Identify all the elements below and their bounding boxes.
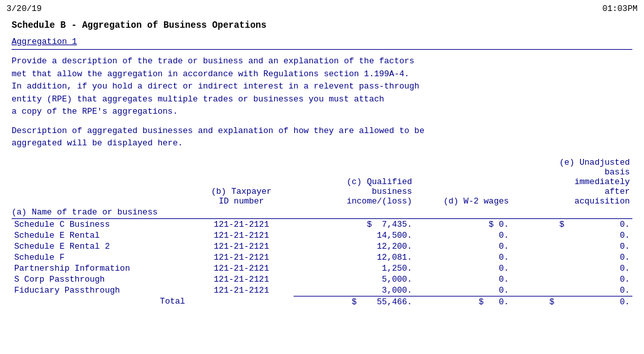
description-text-1: Provide a description of the trade or bu… — [12, 55, 632, 118]
divider — [12, 49, 632, 50]
row-id: 121-21-2121 — [189, 263, 294, 274]
total-basis: 0. — [619, 297, 630, 307]
col-d-header: (d) W-2 wages — [415, 156, 512, 207]
table-row: Fiduciary Passthrough 121-21-2121 3,000.… — [12, 285, 632, 297]
row-income: 12,081. — [294, 252, 414, 263]
row-id: 121-21-2121 — [189, 241, 294, 252]
row-id: 121-21-2121 — [189, 274, 294, 285]
col-d-label: (d) W-2 wages — [443, 196, 508, 206]
row-basis: 0. — [512, 230, 632, 241]
total-basis-cell: $ 0. — [512, 296, 632, 307]
table-row: Partnership Information 121-21-2121 1,25… — [12, 263, 632, 274]
row-income: 12,200. — [294, 241, 414, 252]
total-basis-sign: $ — [549, 297, 554, 307]
row-name: Partnership Information — [12, 263, 189, 274]
row-id: 121-21-2121 — [189, 252, 294, 263]
row-wages: 0. — [415, 263, 512, 274]
total-label: Total — [160, 297, 185, 306]
row-wages: 0. — [415, 230, 512, 241]
col-header-row: (b) Taxpayer ID number (c) Qualified bus… — [12, 156, 632, 207]
total-wages-cell: $ 0. — [415, 296, 512, 307]
aggregation-table: (b) Taxpayer ID number (c) Qualified bus… — [12, 156, 632, 307]
schedule-title: Schedule B - Aggregation of Business Ope… — [12, 20, 632, 30]
row-wages: 0. — [415, 274, 512, 285]
row-name: Schedule F — [12, 252, 189, 263]
header-time: 01:03PM — [602, 4, 638, 14]
row-name: Schedule E Rental 2 — [12, 241, 189, 252]
table-row: Schedule F 121-21-2121 12,081. 0. 0. — [12, 252, 632, 263]
total-row: Total $ 55,466. $ 0. $ — [12, 296, 632, 307]
row-wages: 0. — [415, 285, 512, 297]
row-basis: 0. — [512, 241, 632, 252]
row-wages: 0. — [415, 241, 512, 252]
table-row: Schedule E Rental 121-21-2121 14,500. 0.… — [12, 230, 632, 241]
row-basis: 0. — [512, 252, 632, 263]
row-income: $ 7,435. — [294, 218, 414, 230]
col-b-label: (b) Taxpayer ID number — [211, 187, 272, 206]
row-wages: 0. — [415, 252, 512, 263]
row-id: 121-21-2121 — [189, 230, 294, 241]
col-a-label-row: (a) Name of trade or business — [12, 207, 632, 219]
row-basis: 0. — [512, 274, 632, 285]
total-income-cell: $ 55,466. — [294, 296, 414, 307]
row-income: 3,000. — [294, 285, 414, 297]
total-income-sign: $ — [352, 297, 357, 307]
header-date: 3/20/19 — [6, 4, 42, 14]
table-row: Schedule C Business 121-21-2121 $ 7,435.… — [12, 218, 632, 230]
row-name: S Corp Passthrough — [12, 274, 189, 285]
row-id: 121-21-2121 — [189, 218, 294, 230]
total-id-cell — [189, 296, 294, 307]
row-income: 5,000. — [294, 274, 414, 285]
table-row: Schedule E Rental 2 121-21-2121 12,200. … — [12, 241, 632, 252]
row-wages: $ 0. — [415, 218, 512, 230]
col-e-header: (e) Unadjusted basis immediately after a… — [512, 156, 632, 207]
row-income: 14,500. — [294, 230, 414, 241]
row-id: 121-21-2121 — [189, 285, 294, 297]
row-basis: 0. — [512, 285, 632, 297]
aggregation-table-section: (b) Taxpayer ID number (c) Qualified bus… — [12, 156, 632, 307]
total-income: 55,466. — [377, 297, 412, 307]
header-bar: 3/20/19 01:03PM — [0, 0, 644, 16]
total-wages-sign: $ — [479, 297, 484, 307]
col-b-header: (b) Taxpayer ID number — [189, 156, 294, 207]
row-name: Schedule C Business — [12, 218, 189, 230]
col-a-header — [12, 156, 189, 207]
row-name: Schedule E Rental — [12, 230, 189, 241]
table-row: S Corp Passthrough 121-21-2121 5,000. 0.… — [12, 274, 632, 285]
col-c-label: (c) Qualified business income/(loss) — [347, 177, 412, 206]
col-a-label: (a) Name of trade or business — [12, 207, 189, 219]
total-label-cell: Total — [12, 296, 189, 307]
total-wages: 0. — [499, 297, 509, 307]
row-basis: 0. — [512, 263, 632, 274]
col-c-header: (c) Qualified business income/(loss) — [294, 156, 414, 207]
col-e-label: (e) Unadjusted basis immediately after a… — [559, 158, 630, 206]
aggregation-link[interactable]: Aggregation 1 — [12, 37, 632, 47]
row-basis: $ 0. — [512, 218, 632, 230]
row-name: Fiduciary Passthrough — [12, 285, 189, 297]
row-income: 1,250. — [294, 263, 414, 274]
description-text-2: Description of aggregated businesses and… — [12, 125, 632, 150]
